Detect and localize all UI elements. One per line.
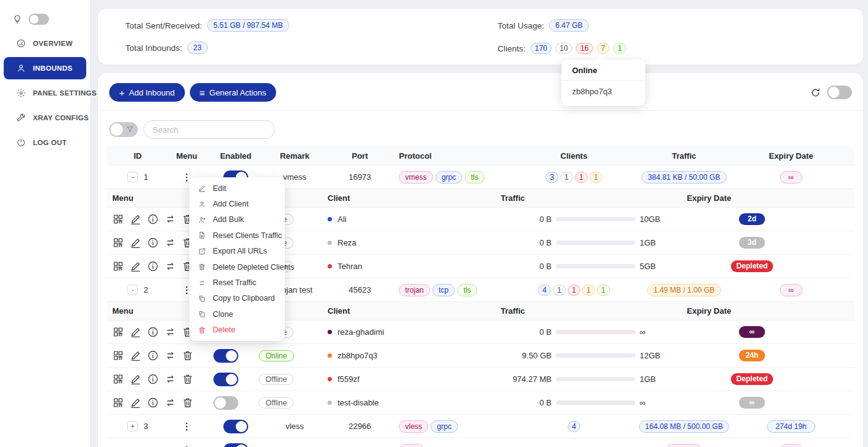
search-input[interactable]	[143, 120, 275, 139]
inbound-port: 45623	[323, 285, 397, 294]
sidebar-item-inbounds[interactable]: INBOUNDS	[4, 57, 86, 79]
add-inbound-button[interactable]: + Add Inbound	[109, 83, 185, 102]
info-icon[interactable]	[147, 373, 159, 385]
row-menu-button[interactable]: ⋮	[182, 421, 192, 432]
client-menu-cell	[107, 397, 209, 409]
menu-lines-icon: ≡	[200, 88, 205, 97]
general-actions-button[interactable]: ≡ General Actions	[190, 83, 277, 102]
toggle-knob	[236, 421, 247, 432]
enabled-toggle[interactable]	[213, 349, 238, 363]
lightbulb-icon	[12, 14, 22, 24]
menu-item-delete[interactable]: Delete	[189, 322, 285, 338]
pencil-icon[interactable]	[130, 326, 141, 338]
protocol-tag: trojan	[399, 284, 430, 296]
column-header-traffic: Traffic	[501, 193, 687, 203]
client-name-cell: f559zf	[315, 374, 501, 384]
inbound-traffic-badge: 1.49 MB / 1.00 GB	[647, 284, 721, 296]
row-menu-button[interactable]: ⋮	[182, 445, 192, 447]
swap-icon[interactable]	[164, 326, 176, 338]
theme-toggle[interactable]	[29, 14, 49, 25]
menu-item-delete-depleted-clients[interactable]: Delete Depleted Clients	[189, 259, 285, 275]
qrcode-icon[interactable]	[112, 213, 124, 225]
swap-icon[interactable]	[164, 373, 176, 385]
auto-refresh-toggle[interactable]	[827, 86, 852, 99]
pencil-icon[interactable]	[130, 373, 141, 385]
trash-icon[interactable]	[182, 397, 194, 409]
menu-item-reset-traffic[interactable]: Reset Traffic	[189, 275, 285, 290]
qrcode-icon[interactable]	[112, 350, 124, 361]
info-icon[interactable]	[147, 260, 159, 272]
clone-icon	[198, 310, 206, 318]
protocol-tag: http	[399, 444, 424, 447]
sidebar-item-xray-configs[interactable]: XRAY CONFIGS	[4, 107, 86, 129]
collapse-button[interactable]: -	[127, 172, 138, 182]
qrcode-icon[interactable]	[112, 260, 124, 272]
menu-item-add-bulk[interactable]: Add Bulk	[189, 212, 285, 228]
menu-item-add-client[interactable]: Add Client	[189, 196, 285, 211]
filter-toggle[interactable]	[109, 122, 138, 137]
info-icon[interactable]	[147, 237, 159, 249]
sidebar-item-panel-settings[interactable]: PANEL SETTINGS	[4, 82, 86, 104]
expand-button[interactable]: +	[127, 421, 138, 432]
swap-icon[interactable]	[164, 237, 176, 249]
client-traffic-used: 0 B	[501, 398, 552, 407]
inbound-expiry-cell: 274d 19h	[754, 420, 828, 433]
client-name-cell: Tehran	[315, 262, 501, 271]
info-icon[interactable]	[147, 350, 159, 361]
enabled-toggle[interactable]	[223, 443, 248, 447]
client-expiry-cell: Depleted	[687, 373, 817, 385]
client-row: Onlinezb8hpo7q39.50 GB12GB24h	[107, 343, 854, 367]
client-enabled-cell	[209, 396, 259, 410]
qrcode-icon[interactable]	[112, 397, 124, 409]
trash-icon[interactable]	[182, 350, 194, 361]
menu-item-copy-to-clipboard[interactable]: Copy to Clipboard	[189, 291, 285, 306]
pencil-icon[interactable]	[130, 260, 141, 272]
clients-label: Clients:	[498, 44, 526, 53]
menu-item-reset-clients-traffic[interactable]: Reset Clients Traffic	[189, 228, 285, 243]
swap-icon[interactable]	[164, 350, 176, 361]
menu-item-label: Add Bulk	[213, 215, 244, 224]
pencil-icon[interactable]	[130, 350, 141, 361]
client-traffic-used: 0 B	[501, 262, 552, 271]
swap-icon[interactable]	[164, 397, 176, 409]
qrcode-icon[interactable]	[112, 373, 124, 385]
pencil-icon[interactable]	[130, 213, 141, 225]
enabled-toggle[interactable]	[223, 420, 248, 433]
swap-icon[interactable]	[164, 213, 176, 225]
info-icon[interactable]	[147, 326, 159, 338]
qrcode-icon[interactable]	[112, 237, 124, 249]
client-expiry-badge: 3d	[739, 237, 765, 249]
menu-item-label: Reset Traffic	[213, 278, 256, 287]
info-icon[interactable]	[147, 213, 159, 225]
online-clients-popover: Online zb8hpo7q3	[562, 60, 645, 106]
inbound-traffic-cell: 384.81 KB / 50.00 GB	[614, 171, 754, 184]
popover-title: Online	[562, 65, 645, 81]
sidebar-item-log-out[interactable]: LOG OUT	[4, 131, 86, 154]
qrcode-icon[interactable]	[112, 326, 124, 338]
toggle-knob	[215, 397, 226, 409]
client-traffic-limit: 10GB	[640, 215, 660, 224]
trash-icon[interactable]	[182, 373, 194, 385]
menu-item-clone[interactable]: Clone	[189, 306, 285, 322]
refresh-icon[interactable]	[810, 87, 821, 98]
sidebar-item-overview[interactable]: OVERVIEW	[4, 32, 86, 55]
enabled-toggle[interactable]	[213, 396, 238, 410]
pencil-icon[interactable]	[130, 237, 141, 249]
table-header-row: IDMenuEnabledRemarkPortProtocolClientsTr…	[107, 146, 854, 165]
client-count-badge: 7	[597, 43, 610, 54]
client-traffic-cell: 0 B∞	[501, 327, 687, 337]
info-icon[interactable]	[147, 397, 159, 409]
protocol-tag: tcp	[432, 284, 455, 296]
enabled-toggle[interactable]	[213, 373, 238, 386]
protocol-tag: vless	[399, 420, 428, 433]
inbound-port: 22966	[323, 422, 397, 431]
client-count-badge: 1	[613, 43, 626, 54]
pencil-icon[interactable]	[130, 397, 141, 409]
clients-count-badges: 170101671	[530, 43, 626, 54]
menu-item-edit[interactable]: Edit	[189, 180, 285, 196]
swap-icon[interactable]	[164, 260, 176, 272]
client-expiry-badge: 2d	[739, 213, 765, 225]
client-traffic-used: 9.50 GB	[501, 351, 552, 360]
menu-item-export-all-urls[interactable]: Export All URLs	[189, 244, 285, 259]
collapse-button[interactable]: -	[127, 285, 138, 295]
